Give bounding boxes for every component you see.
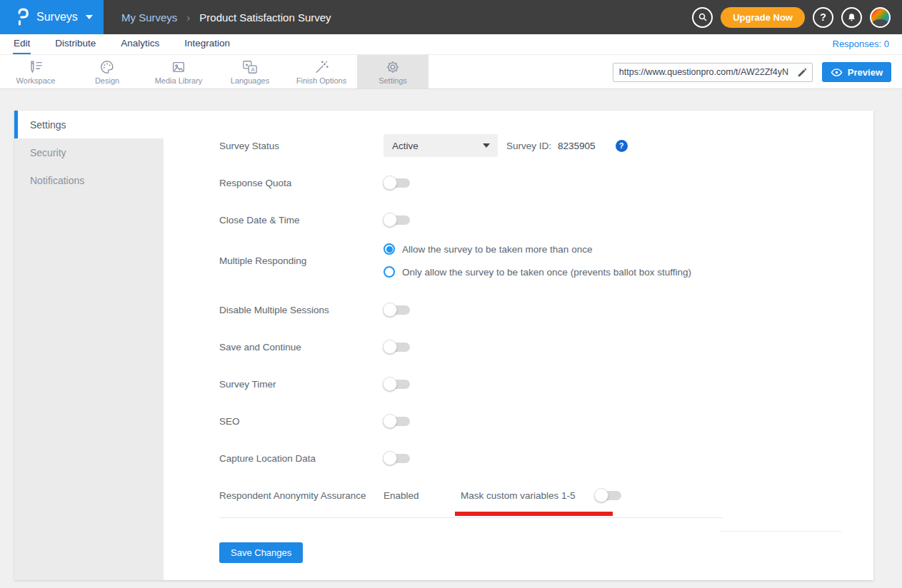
- toolbar-item-languages[interactable]: A ★ Languages: [214, 55, 286, 88]
- save-and-continue-row: Save and Continue: [219, 340, 873, 354]
- response-quota-label: Response Quota: [219, 178, 384, 188]
- mask-custom-variables-toggle[interactable]: [595, 491, 621, 500]
- save-and-continue-toggle[interactable]: [384, 343, 410, 352]
- radio-option-allow-multiple[interactable]: Allow the survey to be taken more than o…: [384, 242, 691, 256]
- toggle-knob: [383, 340, 397, 354]
- app-header: Surveys My Surveys › Product Satisfactio…: [0, 0, 902, 34]
- header-actions: Upgrade Now ?: [692, 0, 891, 34]
- mask-custom-variables-label: Mask custom variables 1-5: [461, 490, 576, 501]
- survey-timer-row: Survey Timer: [219, 377, 873, 391]
- user-avatar[interactable]: [870, 7, 891, 28]
- svg-text:★: ★: [245, 62, 249, 67]
- seo-label: SEO: [219, 416, 384, 427]
- survey-url-input[interactable]: [613, 63, 813, 82]
- survey-status-row: Survey Status Active Survey ID: 8235905 …: [219, 134, 873, 157]
- product-label: Surveys: [36, 11, 78, 24]
- close-date-time-toggle[interactable]: [384, 216, 410, 225]
- survey-id-value: 8235905: [558, 141, 596, 151]
- tab-integration[interactable]: Integration: [184, 34, 231, 53]
- chevron-down-icon: [483, 143, 490, 148]
- survey-nav-tabs: Edit Distribute Analytics Integration Re…: [0, 34, 902, 55]
- toggle-knob: [383, 451, 397, 465]
- toolbar-item-workspace[interactable]: Workspace: [0, 55, 71, 88]
- capture-location-data-label: Capture Location Data: [219, 453, 384, 464]
- radio-unselected-icon: [384, 266, 395, 278]
- toolbar-right: Preview: [613, 55, 891, 89]
- settings-panel: Settings Security Notifications Survey S…: [14, 111, 873, 580]
- toolbar-item-finish-options[interactable]: Finish Options: [286, 55, 357, 88]
- capture-location-data-row: Capture Location Data: [219, 451, 873, 465]
- design-palette-icon: [99, 59, 115, 75]
- sidebar-item-label: Notifications: [30, 175, 84, 186]
- sidebar-item-settings[interactable]: Settings: [14, 111, 164, 138]
- breadcrumb-separator: ›: [186, 11, 190, 24]
- media-image-icon: [171, 59, 186, 75]
- close-date-time-row: Close Date & Time: [219, 213, 873, 227]
- toolbar-label: Languages: [231, 76, 269, 85]
- preview-button[interactable]: Preview: [822, 62, 891, 82]
- disable-multiple-sessions-row: Disable Multiple Sessions: [219, 303, 873, 317]
- responses-count[interactable]: Responses: 0: [833, 39, 890, 49]
- workspace-icon: [27, 59, 44, 75]
- sidebar-item-notifications[interactable]: Notifications: [14, 166, 164, 194]
- respondent-anonymity-row: Respondent Anonymity Assurance Enabled M…: [219, 488, 873, 502]
- seo-row: SEO: [219, 414, 873, 428]
- toolbar-item-design[interactable]: Design: [71, 55, 143, 88]
- question-mark-icon: ?: [820, 11, 826, 23]
- disable-multiple-sessions-toggle[interactable]: [384, 305, 410, 315]
- toggle-knob: [383, 414, 397, 428]
- radio-selected-icon: [384, 243, 395, 255]
- survey-status-value: Active: [392, 141, 419, 151]
- sidebar-item-label: Settings: [30, 119, 66, 131]
- help-button[interactable]: ?: [813, 7, 833, 28]
- magic-wand-icon: [314, 59, 329, 75]
- tab-analytics[interactable]: Analytics: [120, 34, 160, 53]
- mask-custom-variables-group: Mask custom variables 1-5: [461, 490, 621, 501]
- radio-option-only-once[interactable]: Only allow the survey to be taken once (…: [384, 265, 691, 279]
- survey-id-help-icon[interactable]: ?: [616, 140, 628, 152]
- settings-form: Survey Status Active Survey ID: 8235905 …: [164, 111, 873, 580]
- settings-sidebar: Settings Security Notifications: [14, 111, 164, 580]
- toolbar-label: Finish Options: [296, 76, 346, 85]
- toggle-knob: [383, 176, 397, 190]
- page-body: Settings Security Notifications Survey S…: [0, 89, 902, 588]
- divider: [219, 517, 723, 518]
- toggle-knob: [383, 377, 397, 391]
- chevron-down-icon: [86, 15, 93, 19]
- survey-id-label: Survey ID:: [506, 141, 551, 151]
- close-date-time-label: Close Date & Time: [219, 215, 384, 225]
- seo-toggle[interactable]: [384, 417, 410, 426]
- upgrade-now-button[interactable]: Upgrade Now: [721, 7, 805, 28]
- preview-label: Preview: [848, 67, 883, 78]
- product-switcher[interactable]: Surveys: [0, 0, 104, 34]
- questionpro-logo-icon: [16, 7, 30, 27]
- multiple-responding-row: Multiple Responding Allow the survey to …: [219, 242, 873, 279]
- toolbar-item-settings[interactable]: Settings: [357, 55, 429, 88]
- toggle-knob: [594, 488, 608, 502]
- multiple-responding-label: Multiple Responding: [219, 255, 384, 266]
- toolbar-item-media-library[interactable]: Media Library: [143, 55, 214, 88]
- breadcrumb-my-surveys[interactable]: My Surveys: [121, 11, 177, 24]
- toggle-knob: [383, 213, 397, 227]
- search-icon: [697, 11, 708, 23]
- radio-option-label: Only allow the survey to be taken once (…: [402, 267, 691, 278]
- survey-url-field-wrap: [613, 63, 813, 82]
- eye-icon: [831, 68, 843, 77]
- sidebar-item-label: Security: [30, 147, 66, 158]
- edit-url-pencil-icon[interactable]: [796, 66, 808, 78]
- response-quota-toggle[interactable]: [384, 178, 410, 188]
- tab-edit[interactable]: Edit: [13, 34, 31, 54]
- languages-translate-icon: A ★: [241, 59, 259, 75]
- sidebar-item-security[interactable]: Security: [14, 138, 164, 166]
- notifications-button[interactable]: [841, 7, 862, 28]
- survey-status-label: Survey Status: [219, 141, 384, 151]
- tab-distribute[interactable]: Distribute: [54, 34, 96, 53]
- save-changes-button[interactable]: Save Changes: [219, 542, 303, 563]
- search-button[interactable]: [692, 7, 713, 28]
- survey-status-dropdown[interactable]: Active: [384, 134, 498, 157]
- capture-location-data-toggle[interactable]: [384, 454, 410, 463]
- survey-timer-toggle[interactable]: [384, 380, 410, 389]
- save-and-continue-label: Save and Continue: [219, 342, 384, 353]
- toolbar-label: Media Library: [155, 76, 203, 85]
- toolbar-label: Settings: [379, 76, 407, 85]
